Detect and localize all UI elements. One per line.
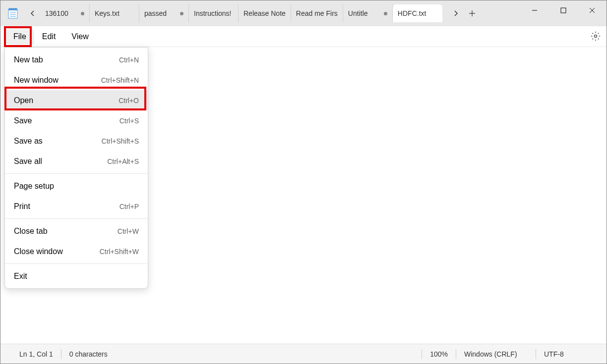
add-tab-button[interactable] bbox=[463, 4, 481, 22]
close-button[interactable] bbox=[578, 0, 607, 20]
menu-item-page-setup[interactable]: Page setup bbox=[5, 176, 148, 196]
menu-bar: File Edit View bbox=[0, 26, 607, 47]
menu-item-open[interactable]: OpenCtrl+O bbox=[5, 90, 148, 110]
status-encoding[interactable]: UTF-8 bbox=[536, 350, 596, 358]
tab[interactable]: Release Note bbox=[239, 4, 291, 22]
tab-scroll-right-icon[interactable] bbox=[448, 4, 463, 22]
menu-item-shortcut: Ctrl+P bbox=[120, 203, 139, 210]
svg-rect-0 bbox=[8, 9, 17, 18]
menu-item-save-as[interactable]: Save asCtrl+Shift+S bbox=[5, 131, 148, 151]
menu-edit[interactable]: Edit bbox=[34, 29, 64, 44]
tab-label: Release Note bbox=[243, 9, 286, 17]
menu-item-shortcut: Ctrl+W bbox=[118, 227, 139, 235]
menu-item-new-window[interactable]: New windowCtrl+Shift+N bbox=[5, 70, 148, 90]
menu-item-label: Save all bbox=[14, 157, 42, 166]
tab[interactable]: Keys.txt bbox=[90, 4, 139, 22]
status-char-count: 0 characters bbox=[61, 350, 116, 358]
menu-item-label: Close tab bbox=[14, 227, 48, 236]
menu-separator bbox=[5, 263, 148, 264]
minimize-button[interactable] bbox=[520, 0, 549, 20]
tab-scroll-left-icon[interactable] bbox=[25, 4, 40, 22]
tab-label: Keys.txt bbox=[95, 9, 134, 17]
menu-item-close-window[interactable]: Close windowCtrl+Shift+W bbox=[5, 241, 148, 261]
tab-label: passed bbox=[144, 9, 176, 17]
status-cursor-position: Ln 1, Col 1 bbox=[11, 350, 61, 358]
menu-separator bbox=[5, 218, 148, 219]
menu-item-shortcut: Ctrl+O bbox=[119, 97, 139, 104]
tab-label: 136100 bbox=[45, 9, 77, 17]
menu-item-label: New window bbox=[14, 76, 59, 85]
menu-item-shortcut: Ctrl+Shift+W bbox=[100, 248, 139, 256]
status-line-ending[interactable]: Windows (CRLF) bbox=[456, 350, 536, 358]
menu-item-shortcut: Ctrl+Alt+S bbox=[107, 157, 139, 165]
menu-item-new-tab[interactable]: New tabCtrl+N bbox=[5, 50, 148, 70]
tab-label: Untitle bbox=[348, 9, 380, 17]
modified-dot-icon bbox=[384, 12, 387, 15]
maximize-button[interactable] bbox=[549, 0, 578, 20]
menu-item-label: Save as bbox=[14, 137, 43, 146]
tab[interactable]: Instructions! bbox=[189, 4, 239, 22]
tab[interactable]: Untitle bbox=[343, 4, 393, 22]
notepad-app-icon bbox=[4, 4, 21, 22]
svg-rect-12 bbox=[561, 8, 566, 13]
modified-dot-icon bbox=[180, 12, 183, 15]
tab-bar: 136100Keys.txtpassedInstructions!Release… bbox=[0, 0, 607, 26]
menu-separator bbox=[5, 173, 148, 174]
menu-item-label: Exit bbox=[14, 272, 27, 281]
status-zoom[interactable]: 100% bbox=[422, 350, 456, 358]
menu-item-label: Print bbox=[14, 202, 30, 211]
tab-label: HDFC.txt bbox=[398, 9, 437, 17]
menu-file[interactable]: File bbox=[5, 29, 34, 44]
menu-item-label: New tab bbox=[14, 55, 43, 64]
tab[interactable]: passed bbox=[139, 4, 189, 22]
window-controls bbox=[520, 0, 607, 24]
svg-point-15 bbox=[595, 35, 597, 38]
menu-item-close-tab[interactable]: Close tabCtrl+W bbox=[5, 221, 148, 241]
tab[interactable]: HDFC.txt bbox=[393, 4, 442, 22]
menu-item-shortcut: Ctrl+N bbox=[119, 56, 139, 64]
menu-item-shortcut: Ctrl+S bbox=[120, 117, 139, 125]
menu-item-save-all[interactable]: Save allCtrl+Alt+S bbox=[5, 151, 148, 171]
menu-item-shortcut: Ctrl+Shift+N bbox=[101, 76, 139, 84]
modified-dot-icon bbox=[81, 12, 84, 15]
tab-label: Read me Firs bbox=[296, 9, 338, 17]
file-menu-dropdown: New tabCtrl+NNew windowCtrl+Shift+NOpenC… bbox=[4, 47, 148, 289]
settings-icon[interactable] bbox=[591, 31, 601, 43]
menu-item-shortcut: Ctrl+Shift+S bbox=[102, 137, 139, 145]
menu-item-save[interactable]: SaveCtrl+S bbox=[5, 110, 148, 131]
status-bar: Ln 1, Col 1 0 characters 100% Windows (C… bbox=[0, 344, 607, 364]
menu-view[interactable]: View bbox=[63, 29, 96, 44]
menu-item-label: Page setup bbox=[14, 182, 54, 191]
menu-item-label: Open bbox=[14, 96, 33, 105]
menu-item-exit[interactable]: Exit bbox=[5, 266, 148, 286]
tab[interactable]: 136100 bbox=[40, 4, 90, 22]
menu-item-print[interactable]: PrintCtrl+P bbox=[5, 196, 148, 216]
tab[interactable]: Read me Firs bbox=[291, 4, 343, 22]
tab-label: Instructions! bbox=[194, 9, 233, 17]
menu-item-label: Save bbox=[14, 116, 32, 125]
menu-item-label: Close window bbox=[14, 247, 63, 256]
